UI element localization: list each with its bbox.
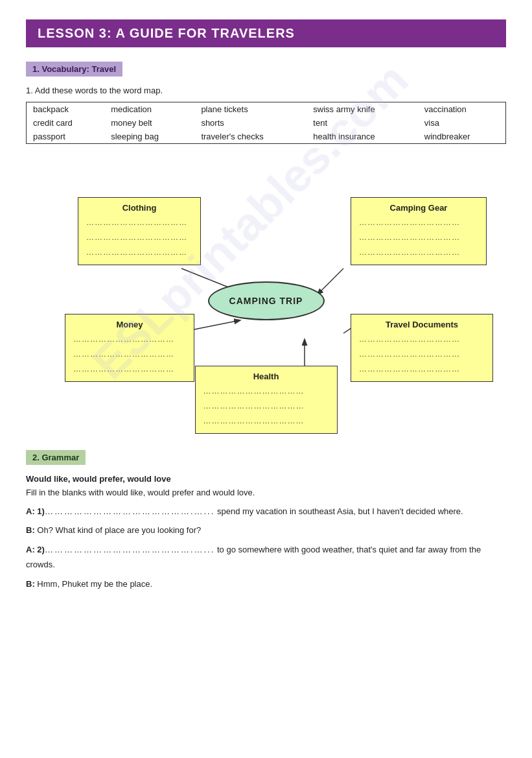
- word-cell: visa: [418, 116, 506, 130]
- camping-gear-box: Camping Gear ……………………………… ……………………………… ……: [351, 197, 487, 265]
- word-cell: health insurance: [306, 130, 417, 144]
- health-title: Health: [203, 372, 329, 381]
- travel-docs-title: Travel Documents: [359, 320, 485, 329]
- money-box: Money ……………………………… ……………………………… ………………………: [65, 314, 194, 382]
- dialogue-line: A: 2)……………………………………….…... to go somewher…: [26, 542, 506, 573]
- grammar-title: Would like, would prefer, would love: [26, 474, 506, 484]
- travel-docs-lines: ……………………………… ……………………………… ………………………………: [359, 332, 485, 376]
- health-box: Health ……………………………… ……………………………… ……………………: [195, 366, 338, 434]
- word-cell: medication: [104, 102, 194, 117]
- camping-gear-lines: ……………………………… ……………………………… ………………………………: [359, 215, 478, 259]
- page-title: LESSON 3: A GUIDE FOR TRAVELERS: [26, 19, 506, 47]
- dialogue-line: B: Hmm, Phuket my be the place.: [26, 576, 506, 591]
- word-cell: vaccination: [418, 102, 506, 117]
- word-map: Clothing ……………………………… ……………………………… ………………: [26, 158, 506, 431]
- grammar-section: 2. Grammar Would like, would prefer, wou…: [26, 450, 506, 591]
- word-cell: swiss army knife: [306, 102, 417, 117]
- clothing-title: Clothing: [86, 203, 192, 213]
- clothing-lines: ……………………………… ……………………………… ………………………………: [86, 215, 192, 259]
- word-cell: backpack: [27, 102, 105, 117]
- money-lines: ……………………………… ……………………………… ………………………………: [73, 332, 186, 376]
- money-title: Money: [73, 320, 186, 329]
- word-cell: sleeping bag: [104, 130, 194, 144]
- camping-gear-title: Camping Gear: [359, 203, 478, 213]
- dialogue: A: 1)……………………………………….…... spend my vacat…: [26, 504, 506, 591]
- word-table: backpackmedicationplane ticketsswiss arm…: [26, 102, 506, 144]
- grammar-instruction: Fill in the blanks with would like, woul…: [26, 488, 506, 497]
- word-cell: credit card: [27, 116, 105, 130]
- travel-docs-box: Travel Documents ……………………………… ……………………………: [351, 314, 493, 382]
- section2-header: 2. Grammar: [26, 450, 86, 465]
- section1-header: 1. Vocabulary: Travel: [26, 62, 122, 77]
- svg-line-1: [318, 268, 343, 294]
- dialogue-line: A: 1)……………………………………….…... spend my vacat…: [26, 504, 506, 519]
- word-cell: plane tickets: [194, 102, 306, 117]
- word-cell: windbreaker: [418, 130, 506, 144]
- clothing-box: Clothing ……………………………… ……………………………… ………………: [78, 197, 201, 265]
- word-cell: passport: [27, 130, 105, 144]
- center-node: CAMPING TRIP: [208, 281, 325, 320]
- word-cell: shorts: [194, 116, 306, 130]
- dialogue-line: B: Oh? What kind of place are you lookin…: [26, 523, 506, 538]
- word-cell: tent: [306, 116, 417, 130]
- health-lines: ……………………………… ……………………………… ………………………………: [203, 384, 329, 428]
- word-cell: money belt: [104, 116, 194, 130]
- word-cell: traveler's checks: [194, 130, 306, 144]
- instruction1: 1. Add these words to the word map.: [26, 86, 506, 95]
